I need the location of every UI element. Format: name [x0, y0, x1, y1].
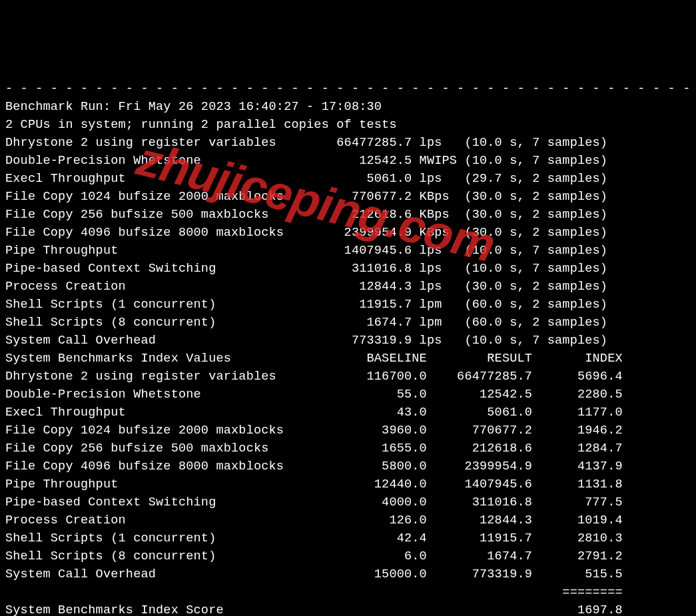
index-row: Execl Throughput 43.0 5061.0 1177.0 — [5, 404, 691, 422]
result-row: Double-Precision Whetstone 12542.5 MWIPS… — [5, 152, 691, 170]
result-row: Dhrystone 2 using register variables 664… — [5, 134, 691, 152]
index-row: Shell Scripts (8 concurrent) 6.0 1674.7 … — [5, 547, 691, 565]
divider-line: - - - - - - - - - - - - - - - - - - - - … — [5, 80, 691, 98]
result-row: System Call Overhead 773319.9 lps (10.0 … — [5, 332, 691, 350]
result-row: Process Creation 12844.3 lps (30.0 s, 2 … — [5, 278, 691, 296]
result-row: Shell Scripts (1 concurrent) 11915.7 lpm… — [5, 296, 691, 314]
index-row: Process Creation 126.0 12844.3 1019.4 — [5, 511, 691, 529]
index-row: Double-Precision Whetstone 55.0 12542.5 … — [5, 386, 691, 404]
result-row: File Copy 256 bufsize 500 maxblocks 2126… — [5, 206, 691, 224]
index-row: File Copy 256 bufsize 500 maxblocks 1655… — [5, 440, 691, 458]
index-header-row: System Benchmarks Index Values BASELINE … — [5, 350, 691, 368]
index-row: System Call Overhead 15000.0 773319.9 51… — [5, 565, 691, 583]
cpu-info-line: 2 CPUs in system; running 2 parallel cop… — [5, 116, 691, 134]
score-rule-line: ======== — [5, 583, 691, 601]
index-row: File Copy 1024 bufsize 2000 maxblocks 39… — [5, 422, 691, 440]
result-row: Pipe-based Context Switching 311016.8 lp… — [5, 260, 691, 278]
benchmark-run-line: Benchmark Run: Fri May 26 2023 16:40:27 … — [5, 98, 691, 116]
result-row: Shell Scripts (8 concurrent) 1674.7 lpm … — [5, 314, 691, 332]
result-row: File Copy 4096 bufsize 8000 maxblocks 23… — [5, 224, 691, 242]
result-row: Pipe Throughput 1407945.6 lps (10.0 s, 7… — [5, 242, 691, 260]
index-row: Pipe Throughput 12440.0 1407945.6 1131.8 — [5, 475, 691, 493]
index-row: File Copy 4096 bufsize 8000 maxblocks 58… — [5, 458, 691, 475]
score-line: System Benchmarks Index Score 1697.8 — [5, 601, 691, 616]
index-row: Shell Scripts (1 concurrent) 42.4 11915.… — [5, 529, 691, 547]
result-row: File Copy 1024 bufsize 2000 maxblocks 77… — [5, 188, 691, 206]
index-row: Dhrystone 2 using register variables 116… — [5, 368, 691, 386]
index-row: Pipe-based Context Switching 4000.0 3110… — [5, 493, 691, 511]
result-row: Execl Throughput 5061.0 lps (29.7 s, 2 s… — [5, 170, 691, 188]
